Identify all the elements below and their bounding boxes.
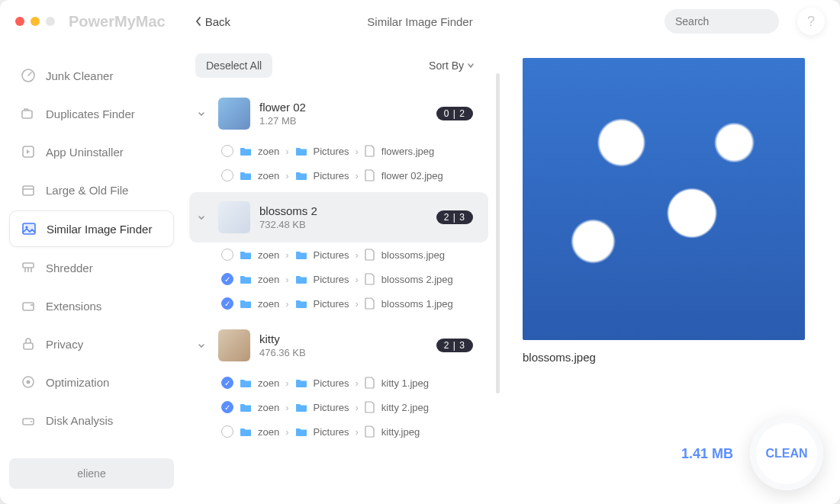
titlebar: PowerMyMac Back Similar Image Finder ? bbox=[0, 0, 840, 43]
file-name: kitty 2.jpeg bbox=[381, 402, 429, 413]
checkbox[interactable] bbox=[221, 297, 233, 310]
svg-rect-7 bbox=[23, 223, 35, 234]
group-info: flower 021.27 MB bbox=[259, 101, 427, 127]
path-segment: Pictures bbox=[314, 146, 349, 157]
folders-icon bbox=[20, 105, 37, 122]
chevron-right-icon: › bbox=[285, 298, 288, 310]
checkbox[interactable] bbox=[221, 425, 233, 438]
chevron-right-icon: › bbox=[356, 298, 359, 310]
chevron-down-icon[interactable] bbox=[197, 109, 209, 118]
path-segment: Pictures bbox=[314, 426, 349, 438]
folder-icon bbox=[295, 377, 307, 388]
file-row[interactable]: zoen › Pictures › blossoms 2.jpeg bbox=[189, 267, 488, 291]
path-segment: Pictures bbox=[314, 170, 349, 181]
chevron-right-icon: › bbox=[356, 274, 359, 285]
group-header[interactable]: flower 021.27 MB0 | 2 bbox=[189, 88, 488, 139]
file-row[interactable]: zoen › Pictures › flowers.jpeg bbox=[189, 139, 488, 163]
svg-rect-10 bbox=[23, 263, 34, 268]
sidebar-item-disk-analysis[interactable]: Disk Analysis bbox=[9, 403, 174, 438]
svg-rect-15 bbox=[24, 343, 33, 349]
file-icon bbox=[365, 377, 375, 389]
file-row[interactable]: zoen › Pictures › kitty.jpeg bbox=[189, 419, 488, 444]
opt-icon bbox=[20, 374, 37, 390]
file-name: blossoms.jpeg bbox=[381, 249, 445, 261]
file-row[interactable]: zoen › Pictures › flower 02.jpeg bbox=[189, 163, 488, 188]
close-window-icon[interactable] bbox=[15, 17, 24, 26]
file-name: kitty 1.jpeg bbox=[381, 377, 429, 389]
group-header[interactable]: kitty476.36 KB2 | 3 bbox=[189, 320, 488, 371]
group-size: 732.48 KB bbox=[259, 219, 427, 230]
sidebar-item-large-old-file[interactable]: Large & Old File bbox=[9, 172, 174, 207]
minimize-window-icon[interactable] bbox=[31, 17, 40, 26]
svg-rect-5 bbox=[23, 186, 34, 195]
chevron-right-icon: › bbox=[356, 170, 359, 181]
file-row[interactable]: zoen › Pictures › kitty 1.jpeg bbox=[189, 371, 488, 395]
user-badge[interactable]: eliene bbox=[9, 458, 174, 489]
checkbox[interactable] bbox=[221, 401, 233, 413]
sidebar-item-junk-cleaner[interactable]: Junk Cleaner bbox=[9, 58, 174, 93]
path-segment: zoen bbox=[258, 274, 279, 285]
chevron-right-icon: › bbox=[356, 146, 359, 157]
checkbox[interactable] bbox=[221, 273, 233, 285]
sidebar-item-optimization[interactable]: Optimization bbox=[9, 364, 174, 400]
deselect-all-button[interactable]: Deselect All bbox=[195, 53, 272, 78]
sidebar-item-privacy[interactable]: Privacy bbox=[9, 326, 174, 361]
chevron-right-icon: › bbox=[356, 426, 359, 438]
search-box[interactable] bbox=[665, 9, 779, 34]
sidebar-item-app-uninstaller[interactable]: App Uninstaller bbox=[9, 134, 174, 169]
path-segment: Pictures bbox=[314, 377, 349, 389]
selection-badge: 2 | 3 bbox=[436, 210, 473, 224]
sidebar-item-label: Junk Cleaner bbox=[46, 69, 113, 82]
file-row[interactable]: zoen › Pictures › blossoms 1.jpeg bbox=[189, 291, 488, 316]
file-icon bbox=[365, 169, 375, 181]
checkbox[interactable] bbox=[221, 169, 233, 181]
chevron-down-icon[interactable] bbox=[197, 341, 209, 350]
group-header[interactable]: blossoms 2732.48 KB2 | 3 bbox=[189, 192, 488, 242]
clean-button[interactable]: CLEAN bbox=[750, 417, 823, 490]
svg-point-19 bbox=[31, 421, 32, 422]
file-row[interactable]: zoen › Pictures › kitty 2.jpeg bbox=[189, 395, 488, 419]
results-list: Deselect All Sort By flower 021.27 MB0 |… bbox=[183, 43, 496, 504]
folder-icon bbox=[295, 170, 307, 181]
archive-icon bbox=[20, 181, 37, 198]
sidebar-item-duplicates-finder[interactable]: Duplicates Finder bbox=[9, 96, 174, 131]
group-info: kitty476.36 KB bbox=[259, 332, 427, 358]
lock-icon bbox=[20, 335, 37, 352]
group-title: kitty bbox=[259, 332, 427, 345]
folder-icon bbox=[240, 377, 252, 388]
checkbox[interactable] bbox=[221, 249, 233, 261]
selection-badge: 0 | 2 bbox=[436, 107, 473, 120]
thumbnail-image bbox=[218, 98, 250, 130]
path-segment: zoen bbox=[258, 377, 279, 389]
result-group: blossoms 2732.48 KB2 | 3zoen › Pictures … bbox=[189, 192, 488, 316]
file-name: blossoms 2.jpeg bbox=[381, 274, 453, 285]
svg-rect-14 bbox=[23, 303, 34, 310]
checkbox[interactable] bbox=[221, 145, 233, 157]
group-info: blossoms 2732.48 KB bbox=[259, 204, 427, 230]
file-icon bbox=[365, 273, 375, 285]
sidebar-item-shredder[interactable]: Shredder bbox=[9, 250, 174, 285]
file-icon bbox=[365, 401, 375, 413]
sort-by-dropdown[interactable]: Sort By bbox=[429, 59, 475, 72]
svg-point-17 bbox=[27, 380, 31, 384]
chevron-right-icon: › bbox=[285, 377, 288, 389]
folder-icon bbox=[295, 426, 307, 437]
chevron-down-icon[interactable] bbox=[197, 213, 209, 222]
back-button[interactable]: Back bbox=[195, 15, 230, 28]
chevron-right-icon: › bbox=[356, 402, 359, 413]
svg-rect-3 bbox=[22, 111, 32, 118]
search-input[interactable] bbox=[675, 15, 809, 27]
checkbox[interactable] bbox=[221, 377, 233, 389]
result-group: kitty476.36 KB2 | 3zoen › Pictures › kit… bbox=[189, 320, 488, 444]
thumbnail-image bbox=[218, 329, 250, 361]
gauge-icon bbox=[20, 67, 37, 84]
file-row[interactable]: zoen › Pictures › blossoms.jpeg bbox=[189, 242, 488, 267]
folder-icon bbox=[295, 298, 307, 309]
maximize-window-icon[interactable] bbox=[46, 17, 55, 26]
sidebar-item-similar-image-finder[interactable]: Similar Image Finder bbox=[9, 210, 174, 247]
folder-icon bbox=[240, 274, 252, 284]
path-segment: Pictures bbox=[314, 298, 349, 310]
chevron-right-icon: › bbox=[285, 274, 288, 285]
sidebar-item-extensions[interactable]: Extensions bbox=[9, 288, 174, 323]
help-button[interactable]: ? bbox=[797, 8, 825, 35]
